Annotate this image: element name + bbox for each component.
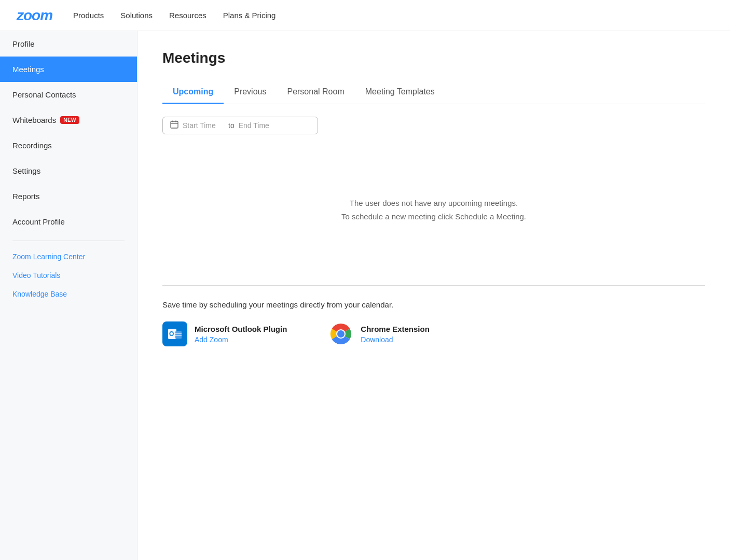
nav-products[interactable]: Products	[73, 11, 104, 20]
chrome-download-link[interactable]: Download	[361, 335, 430, 344]
tab-previous[interactable]: Previous	[224, 81, 277, 104]
plugins-row: O Microsoft Outlook Plugin Add Zoom	[162, 321, 705, 346]
page-title: Meetings	[162, 50, 705, 66]
chrome-plugin-info: Chrome Extension Download	[361, 325, 430, 344]
zoom-logo[interactable]: zoom	[17, 7, 52, 24]
date-range-container: to	[162, 117, 318, 134]
new-badge: NEW	[60, 116, 79, 124]
end-time-input[interactable]	[239, 121, 280, 130]
sidebar-item-reports[interactable]: Reports	[0, 184, 137, 209]
sidebar-item-personal-contacts[interactable]: Personal Contacts	[0, 82, 137, 107]
empty-state: The user does not have any upcoming meet…	[162, 155, 705, 254]
nav-links: Products Solutions Resources Plans & Pri…	[73, 11, 276, 20]
sidebar-link-video-tutorials[interactable]: Video Tutorials	[0, 266, 137, 285]
tabs: Upcoming Previous Personal Room Meeting …	[162, 81, 705, 104]
sidebar-link-knowledge-base[interactable]: Knowledge Base	[0, 285, 137, 303]
sidebar-item-account-profile[interactable]: Account Profile	[0, 209, 137, 234]
footer-section: Save time by scheduling your meetings di…	[162, 285, 705, 346]
svg-point-12	[337, 330, 345, 338]
svg-text:O: O	[169, 330, 174, 338]
outlook-add-zoom-link[interactable]: Add Zoom	[195, 335, 287, 344]
start-time-input[interactable]	[183, 121, 224, 130]
sidebar-item-meetings[interactable]: Meetings	[0, 57, 137, 82]
chrome-plugin: Chrome Extension Download	[328, 321, 430, 346]
top-nav: zoom Products Solutions Resources Plans …	[0, 0, 730, 31]
outlook-plugin: O Microsoft Outlook Plugin Add Zoom	[162, 321, 287, 346]
chrome-icon	[328, 321, 353, 346]
sidebar: Profile Meetings Personal Contacts White…	[0, 31, 137, 560]
empty-line2: To schedule a new meeting click Schedule…	[341, 210, 526, 223]
outlook-icon: O	[162, 321, 187, 346]
empty-line1: The user does not have any upcoming meet…	[350, 197, 518, 210]
tab-upcoming[interactable]: Upcoming	[162, 81, 224, 104]
layout: Profile Meetings Personal Contacts White…	[0, 31, 730, 560]
svg-rect-0	[171, 121, 178, 128]
svg-rect-7	[175, 331, 182, 339]
footer-save-text: Save time by scheduling your meetings di…	[162, 300, 705, 309]
sidebar-link-learning-center[interactable]: Zoom Learning Center	[0, 247, 137, 266]
date-separator: to	[228, 121, 235, 130]
outlook-plugin-info: Microsoft Outlook Plugin Add Zoom	[195, 325, 287, 344]
nav-resources[interactable]: Resources	[169, 11, 206, 20]
outlook-plugin-name: Microsoft Outlook Plugin	[195, 325, 287, 333]
tab-personal-room[interactable]: Personal Room	[277, 81, 354, 104]
nav-solutions[interactable]: Solutions	[120, 11, 153, 20]
main-content: Meetings Upcoming Previous Personal Room…	[137, 31, 730, 560]
sidebar-item-recordings[interactable]: Recordings	[0, 133, 137, 158]
sidebar-item-profile[interactable]: Profile	[0, 31, 137, 57]
sidebar-divider	[12, 241, 125, 241]
calendar-icon	[170, 120, 178, 131]
sidebar-item-settings[interactable]: Settings	[0, 158, 137, 184]
sidebar-item-whiteboards[interactable]: Whiteboards NEW	[0, 107, 137, 133]
nav-plans[interactable]: Plans & Pricing	[223, 11, 276, 20]
tab-meeting-templates[interactable]: Meeting Templates	[355, 81, 445, 104]
chrome-plugin-name: Chrome Extension	[361, 325, 430, 333]
